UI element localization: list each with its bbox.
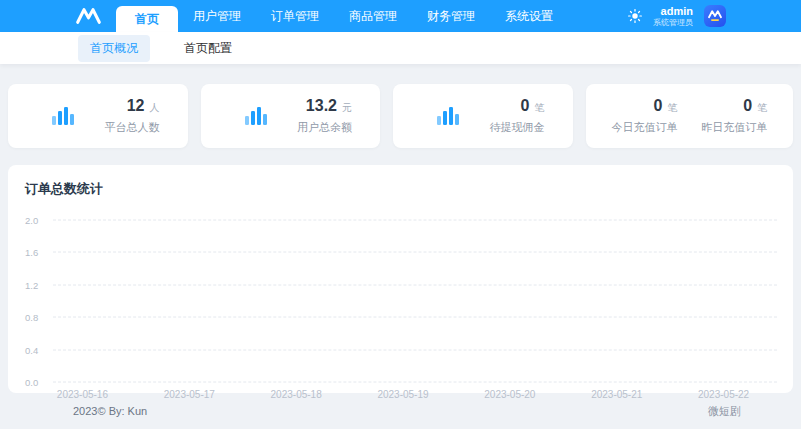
nav-item-products[interactable]: 商品管理 <box>334 0 412 32</box>
gridline-row: 1.2 <box>25 280 777 291</box>
gridline <box>53 382 777 383</box>
y-tick: 0.0 <box>25 377 49 388</box>
stat-unit: 笔 <box>535 101 545 115</box>
chart-title: 订单总数统计 <box>25 180 777 198</box>
nav-item-home[interactable]: 首页 <box>116 6 178 32</box>
tab-home-config[interactable]: 首页配置 <box>172 35 244 62</box>
theme-toggle[interactable] <box>628 9 642 23</box>
x-axis-labels: 2023-05-16 2023-05-17 2023-05-18 2023-05… <box>25 389 777 400</box>
bar-chart-icon <box>245 105 271 127</box>
x-tick: 2023-05-16 <box>29 389 136 400</box>
user-name: admin <box>653 5 693 18</box>
stat-card-total-users: 12 人 平台总人数 <box>8 84 188 148</box>
gridline-row: 0.0 <box>25 377 777 388</box>
brand-avatar-icon <box>707 9 723 23</box>
tab-home-overview[interactable]: 首页概况 <box>78 35 150 62</box>
gridline-row: 2.0 <box>25 215 777 226</box>
gridline-row: 1.6 <box>25 247 777 258</box>
y-tick: 1.6 <box>25 247 49 258</box>
x-tick: 2023-05-18 <box>243 389 350 400</box>
bar-chart-icon <box>437 105 463 127</box>
gridline-row: 0.8 <box>25 312 777 323</box>
stat-label: 用户总余额 <box>297 120 352 135</box>
stat-block: 0 笔 待提现佣金 <box>490 97 545 135</box>
gridline <box>53 220 777 221</box>
stat-value: 0 <box>653 97 662 115</box>
stat-card-recharge-orders: 0 笔 今日充值订单 0 笔 昨日充值订单 <box>586 84 794 148</box>
nav-item-settings[interactable]: 系统设置 <box>490 0 568 32</box>
stat-block-yesterday: 0 笔 昨日充值订单 <box>701 97 767 135</box>
x-tick: 2023-05-17 <box>136 389 243 400</box>
stat-card-total-balance: 13.2 元 用户总余额 <box>201 84 381 148</box>
copyright-text: 2023© By: Kun <box>73 405 147 417</box>
x-tick: 2023-05-19 <box>350 389 457 400</box>
gridline-row: 0.4 <box>25 345 777 356</box>
gridline <box>53 350 777 351</box>
gridline <box>53 252 777 253</box>
stat-unit: 笔 <box>667 101 677 115</box>
footer-brand-text: 微短剧 <box>708 404 741 419</box>
stat-value: 0 <box>743 97 752 115</box>
x-tick: 2023-05-21 <box>563 389 670 400</box>
gridline <box>53 285 777 286</box>
subnav-tabs: 首页概况 首页配置 <box>0 32 801 64</box>
stat-unit: 人 <box>150 101 160 115</box>
stat-value: 12 <box>127 97 145 115</box>
stat-label: 平台总人数 <box>105 120 160 135</box>
stat-block-today: 0 笔 今日充值订单 <box>611 97 677 135</box>
stat-value: 13.2 <box>306 97 337 115</box>
orders-total-chart-card: 订单总数统计 2.0 1.6 1.2 0.8 0.4 0.0 2023-05-1… <box>8 165 793 393</box>
nav-item-orders[interactable]: 订单管理 <box>256 0 334 32</box>
stats-row: 12 人 平台总人数 13.2 元 用户总余额 <box>0 64 801 148</box>
top-navbar: 首页 用户管理 订单管理 商品管理 财务管理 系统设置 <box>0 0 801 32</box>
user-avatar[interactable] <box>704 5 726 27</box>
stat-block: 12 人 平台总人数 <box>105 97 160 135</box>
stat-label: 待提现佣金 <box>490 120 545 135</box>
x-tick: 2023-05-20 <box>456 389 563 400</box>
mountain-m-logo-icon <box>75 7 102 25</box>
y-tick: 0.8 <box>25 312 49 323</box>
user-info[interactable]: admin 系统管理员 <box>653 5 693 27</box>
brand-logo-icon[interactable] <box>75 7 102 25</box>
stat-unit: 元 <box>342 101 352 115</box>
nav-item-finance[interactable]: 财务管理 <box>412 0 490 32</box>
y-tick: 1.2 <box>25 280 49 291</box>
admin-dashboard-page: 首页 用户管理 订单管理 商品管理 财务管理 系统设置 <box>0 0 801 429</box>
user-role: 系统管理员 <box>653 18 693 27</box>
main-nav: 首页 用户管理 订单管理 商品管理 财务管理 系统设置 <box>116 0 568 32</box>
y-tick: 0.4 <box>25 345 49 356</box>
bar-chart-icon <box>52 105 78 127</box>
stat-block: 13.2 元 用户总余额 <box>297 97 352 135</box>
sun-icon <box>628 9 642 23</box>
stat-value: 0 <box>521 97 530 115</box>
gridline <box>53 317 777 318</box>
chart-plot-area: 2.0 1.6 1.2 0.8 0.4 0.0 <box>25 220 777 382</box>
navbar-right: admin 系统管理员 <box>628 5 726 27</box>
stat-card-pending-commission: 0 笔 待提现佣金 <box>393 84 573 148</box>
stat-label: 昨日充值订单 <box>701 120 767 135</box>
nav-item-users[interactable]: 用户管理 <box>178 0 256 32</box>
y-tick: 2.0 <box>25 215 49 226</box>
x-tick: 2023-05-22 <box>670 389 777 400</box>
stat-label: 今日充值订单 <box>611 120 677 135</box>
stat-unit: 笔 <box>757 101 767 115</box>
